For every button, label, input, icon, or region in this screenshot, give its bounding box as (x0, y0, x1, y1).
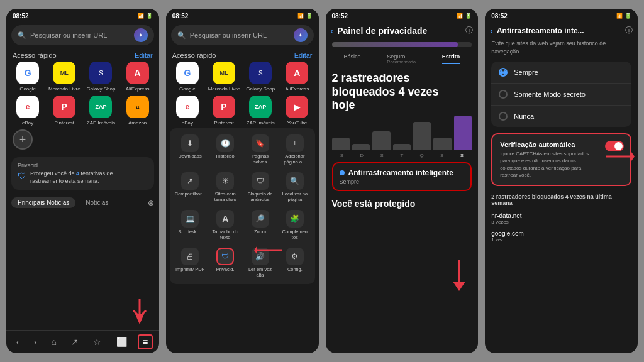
bar-chart (326, 115, 479, 153)
search-icon-2: 🔍 (177, 31, 186, 40)
back-icon-4[interactable]: ‹ (490, 26, 493, 36)
settings-icon: ⚙ (286, 248, 304, 265)
panel3-header: ‹ Painel de privacidade ⓘ (326, 23, 479, 38)
quick-item-ali[interactable]: A AliExpress (121, 62, 154, 92)
tab-seguro[interactable]: SeguroRecomendado (387, 53, 416, 64)
quick-item-pinterest[interactable]: P Pinterest (48, 96, 80, 126)
menu-find[interactable]: 🔍 Localizar na página (279, 170, 311, 205)
quick2-google[interactable]: G Google (171, 62, 204, 92)
radio-circle-secreto (499, 90, 508, 99)
menu-textsize[interactable]: A Tamanho do texto (209, 207, 242, 243)
add-tab-button[interactable]: + (13, 129, 33, 150)
svg-marker-4 (453, 282, 465, 291)
menu-saved[interactable]: 🔖 Páginas salvas (244, 132, 276, 167)
bar-labels: S D S T Q S S (326, 153, 479, 158)
radio-circle-nunca (499, 112, 508, 121)
news-tab-main[interactable]: Principais Notícias (11, 197, 75, 208)
radio-secreto[interactable]: Somente Modo secreto (491, 84, 631, 106)
menu-share[interactable]: ↗ Compartilhar... (174, 170, 207, 205)
svg-marker-2 (254, 246, 257, 255)
edit-button-1[interactable]: Editar (135, 52, 153, 59)
quick2-zap[interactable]: ZAP ZAP Imóveis (244, 96, 277, 126)
status-icons-1: 📶 🔋 (138, 13, 153, 19)
tracker-dot (340, 170, 345, 175)
quick-item-amazon[interactable]: a Amazon (121, 96, 154, 126)
status-icons-3: 📶 🔋 (457, 13, 472, 19)
textsize-icon: A (216, 210, 234, 228)
menu-extensions[interactable]: 🧩 Complemen tos (279, 207, 311, 243)
print-icon: 🖨 (181, 248, 199, 265)
radio-label-sempre: Sempre (514, 69, 538, 76)
panel4-header: ‹ Antirrastreamento inte... ⓘ (485, 23, 638, 38)
find-icon: 🔍 (286, 172, 304, 190)
menu-downloads[interactable]: ⬇ Downloads (174, 132, 207, 167)
menu-adblock[interactable]: 🛡 Bloqueio de anúncios (244, 170, 276, 205)
search-bar-2[interactable]: 🔍 Pesquisar ou inserir URL ✦ (171, 25, 314, 45)
quick-item-galaxy[interactable]: S Galaxy Shop (84, 62, 117, 92)
quick2-youtube[interactable]: ▶ YouTube (280, 96, 313, 126)
quick-item-mercado[interactable]: ML Mercado Livre (48, 62, 80, 92)
menu-privacy[interactable]: 🛡 Privacid. (209, 245, 242, 280)
quick2-mercado[interactable]: ML Mercado Livre (208, 62, 240, 92)
nav-forward[interactable]: › (30, 336, 41, 348)
red-arrow-2 (254, 241, 286, 262)
menu-add[interactable]: + Adicionar página a... (279, 132, 311, 167)
extensions-icon: 🧩 (286, 210, 304, 228)
search-icon-1: 🔍 (18, 31, 26, 40)
quick-grid-1: G Google ML Mercado Livre S Galaxy Shop … (6, 62, 159, 126)
menu-grid-2: ⬇ Downloads 🕐 Histórico 🔖 Páginas salvas… (170, 128, 315, 284)
status-bar-4: 08:52 📶 🔋 (485, 9, 638, 23)
menu-zoom[interactable]: 🔎 Zoom (244, 207, 276, 243)
search-placeholder-1: Pesquisar ou inserir URL (30, 31, 130, 39)
radio-sempre[interactable]: Sempre (491, 62, 631, 84)
privacy-text-1: Protegeu você de 4 tentativas de rastrea… (30, 170, 148, 185)
nav-home[interactable]: ⌂ (47, 336, 60, 348)
nav-bookmark[interactable]: ☆ (89, 336, 105, 348)
desktop-icon: 💻 (181, 210, 199, 228)
tracker-name: Antirrastreamento inteligente (348, 168, 453, 177)
info-icon-4[interactable]: ⓘ (625, 25, 633, 36)
search-button-2[interactable]: ✦ (294, 28, 308, 42)
privacy-icon: 🛡 (18, 171, 26, 181)
privacy-slider[interactable] (332, 42, 472, 47)
info-icon-3[interactable]: ⓘ (465, 25, 473, 36)
red-arrow-3 (447, 260, 472, 293)
search-button-1[interactable]: ✦ (134, 28, 148, 42)
section-header-2: Acesso rápido Editar (166, 48, 319, 62)
panel4-desc: Evite que sites da web vejam seu históri… (485, 38, 638, 59)
menu-light[interactable]: ☀ Sites com tema claro (209, 170, 242, 205)
quick-item-ebay[interactable]: e eBay (11, 96, 44, 126)
privacy2-icon: 🛡 (216, 248, 234, 265)
trackers-count: 2 rastreadoresbloqueados 4 vezeshoje (326, 67, 479, 115)
quick2-galaxy[interactable]: S Galaxy Shop (244, 62, 277, 92)
menu-history[interactable]: 🕐 Histórico (209, 132, 242, 167)
tracker-sub: Sempre (340, 178, 465, 185)
menu-print[interactable]: 🖨 Imprimir/ PDF (174, 245, 207, 280)
news-tabs-1: Principais Notícias Notícias ⊕ (6, 194, 159, 211)
smart-tracker-box[interactable]: Antirrastreamento inteligente Sempre (332, 162, 472, 191)
nav-share[interactable]: ↗ (67, 336, 82, 348)
bottom-nav-1: ‹ › ⌂ ↗ ☆ ⬜ ≡ (6, 330, 159, 353)
radio-nunca[interactable]: Nunca (491, 106, 631, 127)
news-tab-news[interactable]: Notícias (79, 197, 114, 208)
radio-group: Sempre Somente Modo secreto Nunca (491, 62, 631, 127)
bar-d (352, 144, 370, 150)
nav-back[interactable]: ‹ (13, 336, 23, 348)
tab-estrito[interactable]: Estrito (442, 53, 460, 64)
quick-item-google[interactable]: G Google (11, 62, 44, 92)
quick-item-zap[interactable]: ZAP ZAP Imóveis (84, 96, 117, 126)
bar-q (413, 122, 431, 150)
quick2-ebay[interactable]: e eBay (171, 96, 204, 126)
tab-basico[interactable]: Básico (343, 53, 360, 64)
privacy-section-1: Privacid. 🛡 Protegeu você de 4 tentativa… (11, 157, 154, 190)
bar-s1 (332, 138, 350, 150)
search-bar-1[interactable]: 🔍 Pesquisar ou inserir URL ✦ (11, 25, 154, 45)
nav-menu[interactable]: ≡ (138, 334, 153, 349)
quick2-ali[interactable]: A AliExpress (280, 62, 313, 92)
back-icon-3[interactable]: ‹ (331, 26, 334, 36)
menu-desktop[interactable]: 💻 S... deskt... (174, 207, 207, 243)
quick2-pinterest[interactable]: P Pinterest (208, 96, 240, 126)
nav-tabs[interactable]: ⬜ (113, 336, 131, 348)
news-add-icon[interactable]: ⊕ (148, 199, 154, 207)
edit-button-2[interactable]: Editar (294, 52, 313, 59)
